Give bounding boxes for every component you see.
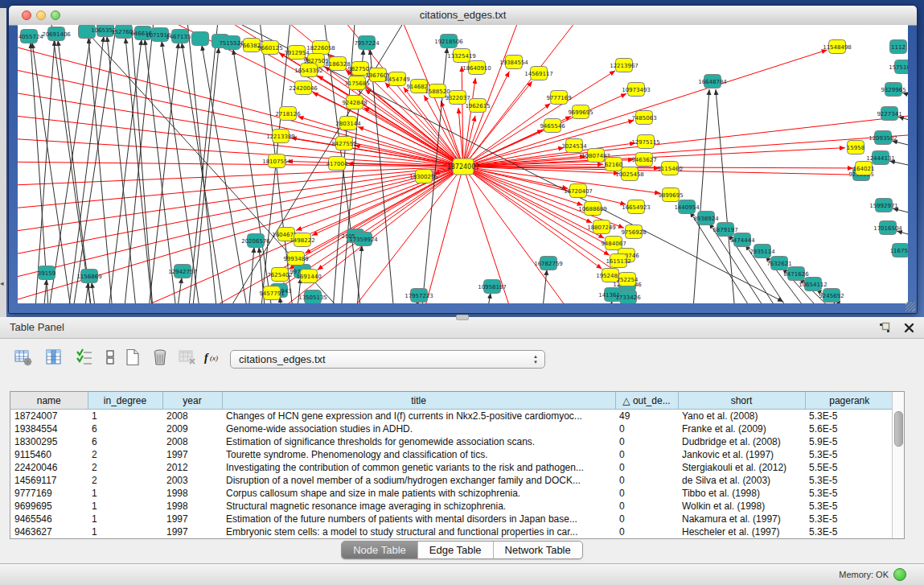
table-cell[interactable]: 5.5E-5 [805,461,893,474]
table-cell[interactable]: 0 [615,487,678,500]
table-cell[interactable]: 2 [88,448,162,461]
table-row[interactable]: 1938455462009Genome-wide association stu… [10,422,893,435]
table-cell[interactable]: Jankovic et al. (1997) [678,448,805,461]
table-row[interactable]: 977716911998Corpus callosum shape and si… [10,487,893,500]
table-cell[interactable]: 0 [615,500,678,513]
graph-node[interactable]: 9699695 [568,105,593,119]
table-cell[interactable]: Franke et al. (2009) [678,422,805,435]
graph-node[interactable]: 19218506 [434,35,463,48]
table-cell[interactable]: Wolkin et al. (1998) [678,500,805,513]
graph-node[interactable] [192,32,209,46]
table-row[interactable]: 946554611997Estimation of the future num… [10,513,893,525]
table-cell[interactable]: 19384554 [10,422,88,435]
node-table[interactable]: namein_degreeyeartitle△ out_de...shortpa… [10,392,893,538]
table-cell[interactable]: Tibbo et al. (1998) [678,487,805,500]
table-selector-dropdown[interactable]: citations_edges.txt ▲▼ [230,350,545,369]
table-cell[interactable]: 1 [88,525,162,538]
network-window[interactable]: citations_edges.txt 24055724206914061065… [8,5,918,314]
graph-node[interactable]: 15992971 [869,199,898,212]
table-mode-button[interactable] [11,347,35,371]
graph-node[interactable]: 11548498 [823,40,852,54]
graph-node[interactable]: 252254 [617,273,639,286]
graph-node[interactable]: 24055724 [18,30,43,43]
graph-node[interactable]: 12975115 [631,135,660,149]
table-cell[interactable]: 1997 [162,525,222,538]
select-rows-button[interactable] [72,347,97,371]
table-cell[interactable]: Tourette syndrome. Phenomenology and cla… [222,448,615,461]
graph-node[interactable]: 164021 [853,162,875,175]
graph-node[interactable]: 20691406 [42,27,71,41]
graph-node[interactable]: 10688609 [578,202,607,216]
graph-node[interactable]: 19384554 [499,56,528,69]
graph-node[interactable]: 17016504 [873,221,902,235]
table-cell[interactable]: 2012 [162,461,222,474]
table-cell[interactable]: Genome-wide association studies in ADHD. [222,422,615,435]
table-cell[interactable]: 9463627 [10,525,88,538]
graph-node[interactable]: 16782759 [534,257,563,270]
graph-node[interactable]: 18226058 [306,41,335,55]
table-cell[interactable]: 2009 [162,422,222,435]
table-cell[interactable]: Embryonic stem cells: a model to study s… [222,525,615,538]
tab-edge-table[interactable]: Edge Table [417,542,493,558]
graph-node[interactable]: 12213967 [610,59,639,72]
table-cell[interactable]: 1 [88,410,162,423]
table-cell[interactable]: 5.3E-5 [805,500,893,513]
collapse-panel-icon[interactable]: ◂ [0,280,4,287]
table-cell[interactable]: 9115460 [10,448,88,461]
table-cell[interactable]: 0 [615,435,678,448]
column-header-pagerank[interactable]: pagerank [805,392,893,410]
table-cell[interactable]: 1997 [162,513,222,525]
table-cell[interactable]: 6 [88,422,162,435]
table-cell[interactable]: 22420046 [10,461,88,474]
table-cell[interactable]: 9777169 [10,487,88,500]
table-cell[interactable]: 14569117 [10,474,88,487]
graph-node[interactable]: 9756928 [621,225,646,239]
table-cell[interactable]: Yano et al. (2008) [678,410,805,423]
graph-node[interactable]: 14569117 [524,67,553,80]
table-cell[interactable]: Stergiakouli et al. (2012) [678,461,805,474]
column-header-year[interactable]: year [162,392,222,410]
table-cell[interactable]: Corpus callosum shape and size in male p… [222,487,615,500]
panel-divider-grip[interactable] [456,315,469,320]
graph-node[interactable]: 10958187 [478,280,507,294]
table-cell[interactable]: 1 [88,513,162,525]
table-row[interactable]: 1872400712008Changes of HCN gene express… [10,410,893,423]
tab-node-table[interactable]: Node Table [342,542,417,558]
table-cell[interactable]: 1998 [162,500,222,513]
graph-node[interactable]: 62160 [605,158,622,171]
table-cell[interactable]: 0 [615,461,678,474]
table-cell[interactable]: 2008 [162,410,222,423]
tab-network-table[interactable]: Network Table [493,542,582,558]
graph-node[interactable]: 9899695 [658,188,683,202]
column-header-short[interactable]: short [678,392,805,410]
graph-node[interactable]: 2718126 [275,107,301,121]
table-cell[interactable]: 5.9E-5 [805,435,893,448]
graph-node[interactable]: 9227341 [877,107,901,121]
graph-node[interactable]: 9245652 [819,289,844,303]
create-column-button[interactable] [121,347,145,371]
table-row[interactable]: 946362711997Embryonic stem cells: a mode… [10,525,893,538]
table-cell[interactable]: 9465546 [10,513,88,525]
table-row[interactable]: 2242004622012Investigating the contribut… [10,461,893,474]
table-cell[interactable]: Structural magnetic resonance image aver… [222,500,615,513]
graph-node[interactable]: 39159 [38,266,55,280]
table-cell[interactable]: Dudbridge et al. (2008) [678,435,805,448]
graph-node[interactable]: 16648784 [698,75,727,89]
table-cell[interactable]: 5.3E-5 [805,513,893,525]
table-cell[interactable]: 0 [615,513,678,525]
table-cell[interactable]: 0 [615,448,678,461]
table-cell[interactable]: 18300295 [10,435,88,448]
table-row[interactable]: 1830029562008Estimation of significance … [10,435,893,448]
network-canvas[interactable]: 2405572420691406106535271527602646616010… [18,25,908,303]
graph-node[interactable]: 12213389 [266,130,295,143]
table-cell[interactable]: 5.3E-5 [805,474,893,487]
table-row[interactable]: 1456911722003Disruption of a novel membe… [10,474,893,487]
function-builder-button[interactable]: f(x) [201,347,225,371]
graph-node[interactable]: 2935114 [749,245,775,258]
show-columns-button[interactable] [42,347,66,371]
table-cell[interactable]: 9699695 [10,500,88,513]
column-header-out_de[interactable]: △ out_de... [615,392,678,410]
table-scrollbar-thumb[interactable] [894,411,903,447]
table-cell[interactable]: 0 [615,474,678,487]
table-cell[interactable]: 5.3E-5 [805,487,893,500]
